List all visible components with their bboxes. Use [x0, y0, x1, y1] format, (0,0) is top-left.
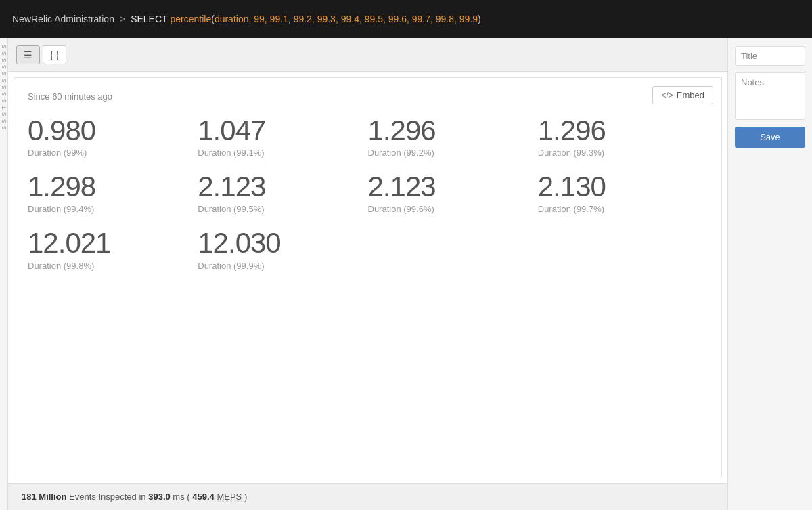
notes-field: Notes: [735, 72, 805, 120]
metric-item: 1.296Duration (99.2%): [368, 110, 538, 163]
events-count: 181 Million: [22, 492, 66, 502]
time-unit: ms: [173, 492, 184, 502]
metric-value: 0.980: [28, 115, 189, 146]
breadcrumb-params: duration, 99, 99.1, 99.2, 99.3, 99.4, 99…: [215, 14, 478, 24]
metric-value: 12.030: [198, 228, 359, 259]
metric-value: 2.123: [368, 171, 530, 203]
json-view-button[interactable]: { }: [43, 45, 66, 64]
left-letter: S: [1, 85, 7, 89]
content-area: ☰ { } </> Embed Since 60 minutes ago 0.9…: [8, 38, 727, 510]
metrics-grid: 0.980Duration (99%)1.047Duration (99.1%)…: [28, 110, 708, 276]
left-letter: S: [1, 79, 7, 83]
metric-label: Duration (99.8%): [28, 261, 189, 271]
left-letter: S: [1, 112, 7, 116]
breadcrumb-sep: >: [120, 14, 125, 24]
metric-label: Duration (99.9%): [198, 261, 359, 271]
time-value: 393.0: [148, 492, 171, 502]
metric-value: 12.021: [28, 228, 189, 259]
metric-item: 1.047Duration (99.1%): [198, 110, 367, 163]
metric-item: 0.980Duration (99%): [28, 110, 198, 163]
metric-value: 1.047: [198, 115, 359, 146]
metric-value: 1.298: [28, 171, 189, 203]
metric-item: 12.021Duration (99.8%): [28, 222, 198, 276]
left-letter: S: [1, 51, 7, 56]
left-letter: S: [1, 92, 7, 96]
metric-value: 2.130: [538, 171, 700, 203]
title-field[interactable]: Title: [735, 46, 805, 66]
notes-label: Notes: [741, 77, 764, 87]
left-letter: S: [1, 58, 7, 62]
embed-icon: </>: [661, 91, 673, 100]
left-letter: S: [1, 126, 7, 130]
metric-item: 1.298Duration (99.4%): [28, 166, 198, 219]
metric-item: 2.123Duration (99.6%): [368, 166, 538, 219]
list-icon: ☰: [24, 49, 32, 60]
list-view-button[interactable]: ☰: [16, 45, 40, 64]
embed-button[interactable]: </> Embed: [652, 86, 713, 104]
toolbar: ☰ { }: [8, 38, 727, 72]
metric-item: 2.130Duration (99.7%): [538, 166, 708, 219]
since-label: Since 60 minutes ago: [28, 91, 708, 102]
right-sidebar: Title Notes Save: [727, 38, 812, 510]
chart-panel: </> Embed Since 60 minutes ago 0.980Dura…: [14, 77, 722, 477]
meps-label[interactable]: MEPS: [217, 492, 242, 502]
metric-label: Duration (99.5%): [198, 204, 359, 214]
metric-label: Duration (99.1%): [198, 148, 359, 158]
metric-value: 2.123: [198, 171, 359, 203]
left-letter: S: [1, 45, 7, 49]
events-label: Events Inspected in: [69, 492, 145, 502]
breadcrumb-func: percentile: [171, 14, 212, 24]
metric-label: Duration (99%): [28, 148, 189, 158]
metric-item: 1.296Duration (99.3%): [538, 110, 708, 163]
left-letter: S: [1, 99, 7, 103]
metric-item: 2.123Duration (99.5%): [198, 166, 367, 219]
metric-label: Duration (99.3%): [538, 148, 700, 158]
breadcrumb-paren-close: ): [478, 14, 481, 24]
metric-label: Duration (99.2%): [368, 148, 530, 158]
meps-value: 459.4: [192, 492, 215, 502]
json-icon: { }: [50, 49, 59, 60]
footer-bar: 181 Million Events Inspected in 393.0 ms…: [8, 483, 727, 510]
left-letter: S: [1, 119, 7, 123]
breadcrumb-app: NewRelic Administration: [12, 14, 114, 24]
breadcrumb-bar: NewRelic Administration > SELECT percent…: [0, 0, 812, 38]
left-letter: S: [1, 72, 7, 76]
metric-label: Duration (99.6%): [368, 204, 530, 214]
metric-item: 12.030Duration (99.9%): [198, 222, 367, 276]
metric-label: Duration (99.4%): [28, 204, 189, 214]
breadcrumb-keyword: SELECT: [131, 14, 167, 24]
embed-label: Embed: [677, 90, 704, 100]
left-panel: SSSSSSSSSTSSS: [0, 38, 8, 510]
metric-value: 1.296: [368, 115, 530, 146]
save-button[interactable]: Save: [735, 127, 805, 148]
left-letter: S: [1, 65, 7, 69]
metric-label: Duration (99.7%): [538, 204, 700, 214]
metric-value: 1.296: [538, 115, 700, 146]
left-letter: T: [1, 106, 7, 110]
main-layout: SSSSSSSSSTSSS ☰ { } </> Embed Since 60 m…: [0, 38, 812, 510]
